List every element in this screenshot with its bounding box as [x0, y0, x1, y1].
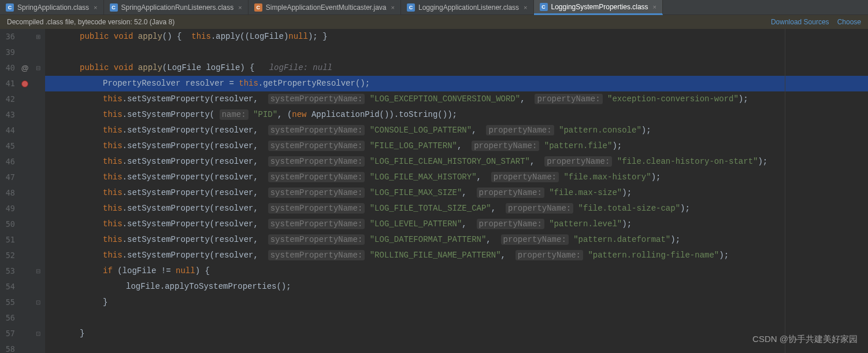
class-icon: C — [6, 3, 14, 12]
decompiled-banner: Decompiled .class file, bytecode version… — [0, 15, 868, 29]
code-line: this.setSystemProperty(resolver, systemP… — [45, 138, 868, 154]
breakpoint-icon[interactable] — [21, 80, 28, 87]
code-line — [45, 45, 868, 60]
code-line: } — [45, 295, 868, 310]
watermark: CSDN @协手共建美好家园 — [752, 334, 858, 345]
code-line-highlighted: PropertyResolver resolver = this.getProp… — [45, 76, 868, 91]
close-icon[interactable]: × — [94, 4, 97, 11]
fold-gutter: ⊞ ⊟ ⊟ ⊡ ⊡ — [31, 29, 45, 353]
class-icon: C — [540, 3, 548, 11]
choose-sources-link[interactable]: Choose — [837, 18, 861, 26]
code-line: logFile.applyToSystemProperties(); — [45, 279, 868, 295]
close-icon[interactable]: × — [653, 3, 656, 10]
code-line: this.setSystemProperty(resolver, systemP… — [45, 170, 868, 185]
code-line: this.setSystemProperty(resolver, systemP… — [45, 154, 868, 170]
fold-end-icon[interactable]: ⊡ — [36, 330, 40, 337]
code-line: this.setSystemProperty(resolver, systemP… — [45, 232, 868, 248]
tab-spring-application[interactable]: CSpringApplication.class× — [0, 0, 104, 15]
gutter-marks: @ — [18, 29, 31, 353]
java-icon: C — [254, 3, 262, 12]
close-icon[interactable]: × — [524, 4, 527, 11]
close-icon[interactable]: × — [238, 4, 242, 11]
download-sources-link[interactable]: Download Sources — [771, 18, 829, 26]
code-line: public void apply() { this.apply((LogFil… — [45, 29, 868, 45]
code-line — [45, 341, 868, 353]
fold-icon[interactable]: ⊟ — [36, 65, 40, 71]
code-line — [45, 310, 868, 326]
banner-message: Decompiled .class file, bytecode version… — [7, 18, 175, 26]
code-line: this.setSystemProperty(resolver, systemP… — [45, 185, 868, 201]
code-line: this.setSystemProperty(resolver, systemP… — [45, 123, 868, 138]
class-icon: C — [407, 3, 415, 12]
code-editor[interactable]: 3639404142434445464748495051525354555657… — [0, 29, 868, 353]
code-area[interactable]: public void apply() { this.apply((LogFil… — [45, 29, 868, 353]
tab-run-listeners[interactable]: CSpringApplicationRunListeners.class× — [104, 0, 248, 15]
fold-icon[interactable]: ⊞ — [36, 34, 40, 40]
tab-multicaster[interactable]: CSimpleApplicationEventMulticaster.java× — [248, 0, 401, 15]
code-line: this.setSystemProperty( name: "PID", (ne… — [45, 107, 868, 123]
right-margin — [785, 29, 785, 353]
code-line: this.setSystemProperty(resolver, systemP… — [45, 248, 868, 263]
line-numbers: 3639404142434445464748495051525354555657… — [0, 29, 18, 353]
close-icon[interactable]: × — [391, 4, 395, 11]
code-line: } — [45, 326, 868, 341]
override-icon: @ — [21, 64, 29, 72]
tab-logging-system-properties[interactable]: CLoggingSystemProperties.class× — [534, 0, 663, 15]
fold-icon[interactable]: ⊟ — [36, 268, 40, 274]
code-line: if (logFile != null) { — [45, 263, 868, 279]
editor-tabs: CSpringApplication.class× CSpringApplica… — [0, 0, 868, 15]
code-line: public void apply(LogFile logFile) { log… — [45, 60, 868, 76]
code-line: this.setSystemProperty(resolver, systemP… — [45, 201, 868, 216]
class-icon: C — [110, 3, 118, 12]
fold-end-icon[interactable]: ⊡ — [36, 299, 40, 306]
code-line: this.setSystemProperty(resolver, systemP… — [45, 91, 868, 107]
banner-links: Download Sources Choose — [771, 18, 861, 26]
code-line: this.setSystemProperty(resolver, systemP… — [45, 216, 868, 232]
tab-logging-listener[interactable]: CLoggingApplicationListener.class× — [401, 0, 534, 15]
